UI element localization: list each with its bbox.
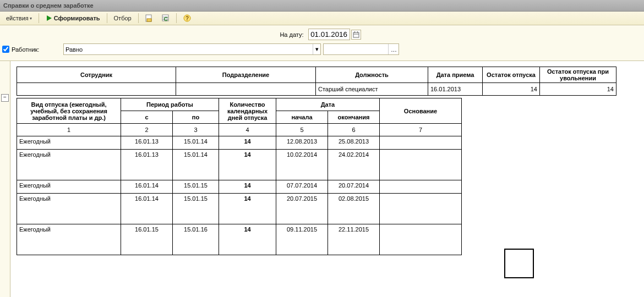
detail-table: Вид отпуска (ежегодный, учебный, без сох… <box>17 98 462 255</box>
colnum: 6 <box>328 124 380 136</box>
th-remainder-fire: Остаток отпуска при увольнении <box>540 67 616 83</box>
cell-kind: Ежегодный <box>17 194 121 224</box>
worker-label: Работник: <box>12 46 59 53</box>
actions-menu-button[interactable]: ействия▾ <box>2 13 36 24</box>
detail-row[interactable]: Ежегодный16.01.1415.01.151407.07.201420.… <box>17 180 462 194</box>
cell-start: 07.07.2014 <box>276 180 328 194</box>
sheet-icon <box>145 14 153 22</box>
cell-to: 15.01.14 <box>173 150 219 180</box>
th-end: окончания <box>328 111 380 124</box>
detail-row[interactable]: Ежегодный16.01.1315.01.141410.02.201424.… <box>17 150 462 180</box>
cell-end: 02.08.2015 <box>328 194 380 224</box>
cell-days: 14 <box>219 180 276 194</box>
colnum: 1 <box>17 124 121 136</box>
svg-rect-11 <box>357 31 358 33</box>
cell-basis <box>380 150 462 180</box>
calendar-icon[interactable] <box>351 30 361 40</box>
colnum: 4 <box>219 124 276 136</box>
window-title: Справки о среднем заработке <box>0 0 644 12</box>
cell-basis <box>380 180 462 194</box>
worker-checkbox[interactable] <box>2 46 9 53</box>
cell-department <box>176 83 316 96</box>
separator <box>39 13 39 23</box>
detail-row[interactable]: Ежегодный16.01.1515.01.161409.11.201522.… <box>17 224 462 255</box>
cell-from: 16.01.13 <box>121 136 173 150</box>
cell-start: 10.02.2014 <box>276 150 328 180</box>
cell-kind: Ежегодный <box>17 224 121 255</box>
detail-row[interactable]: Ежегодный16.01.1315.01.141412.08.201325.… <box>17 136 462 150</box>
cell-end: 25.08.2013 <box>328 136 380 150</box>
compare-value: Равно <box>66 46 83 53</box>
th-start: начала <box>276 111 328 124</box>
th-position: Должность <box>316 67 428 83</box>
cell-from: 16.01.14 <box>121 194 173 224</box>
cell-employee <box>17 83 176 96</box>
dropdown-icon: ▾ <box>313 44 319 54</box>
th-from: с <box>121 111 173 124</box>
cell-kind: Ежегодный <box>17 136 121 150</box>
ellipsis-icon: … <box>388 44 397 54</box>
detail-row[interactable]: Ежегодный16.01.1415.01.151420.07.201502.… <box>17 194 462 224</box>
help-button[interactable]: ? <box>179 13 195 24</box>
th-date: Дата <box>276 98 380 111</box>
dropdown-icon: ▾ <box>30 16 32 21</box>
play-icon <box>46 15 52 21</box>
separator <box>176 13 177 23</box>
th-period: Период работы <box>121 98 219 111</box>
cell-basis <box>380 224 462 255</box>
separator <box>138 13 139 23</box>
worker-select[interactable]: … <box>323 43 399 55</box>
svg-rect-8 <box>353 32 359 37</box>
toolbar: ействия▾ Сформировать Отбор ? <box>0 12 644 25</box>
cell-end: 20.07.2014 <box>328 180 380 194</box>
colnum: 3 <box>173 124 219 136</box>
date-label: На дату: <box>280 31 303 38</box>
filter-button[interactable]: Отбор <box>110 13 135 24</box>
cell-remainder: 14 <box>483 83 540 96</box>
cell-start: 12.08.2013 <box>276 136 328 150</box>
actions-label: ействия <box>6 15 29 21</box>
summary-table: Сотрудник Подразделение Должность Дата п… <box>17 67 616 96</box>
cell-kind: Ежегодный <box>17 150 121 180</box>
cell-start: 20.07.2015 <box>276 194 328 224</box>
form-label: Сформировать <box>54 15 100 21</box>
cell-start: 09.11.2015 <box>276 224 328 255</box>
cell-basis <box>380 136 462 150</box>
collapse-toggle[interactable]: − <box>1 94 9 102</box>
cell-days: 14 <box>219 150 276 180</box>
compare-select[interactable]: Равно ▾ <box>63 43 321 55</box>
tool-button-1[interactable] <box>141 13 157 24</box>
cell-to: 15.01.16 <box>173 224 219 255</box>
svg-rect-2 <box>147 19 151 21</box>
th-kind: Вид отпуска (ежегодный, учебный, без сох… <box>17 98 121 124</box>
cell-remainder-fire: 14 <box>540 83 616 96</box>
cell-from: 16.01.14 <box>121 180 173 194</box>
selection-box <box>504 249 534 278</box>
help-icon: ? <box>183 14 191 22</box>
colnum: 7 <box>380 124 462 136</box>
cell-days: 14 <box>219 224 276 255</box>
cell-kind: Ежегодный <box>17 180 121 194</box>
report-area: − Сотрудник Подразделение Должность Дата… <box>0 61 644 297</box>
cell-to: 15.01.14 <box>173 136 219 150</box>
outline-gutter: − <box>0 61 10 297</box>
th-days: Количество календарных дней отпуска <box>219 98 276 124</box>
date-input[interactable] <box>308 29 350 40</box>
summary-row[interactable]: Старший специалист 16.01.2013 14 14 <box>17 83 616 96</box>
th-department: Подразделение <box>176 67 316 83</box>
filter-panel: На дату: Работник: Равно ▾ … <box>0 25 644 61</box>
th-remainder: Остаток отпуска <box>483 67 540 83</box>
cell-end: 22.11.2015 <box>328 224 380 255</box>
th-employee: Сотрудник <box>17 67 176 83</box>
cell-position: Старший специалист <box>316 83 428 96</box>
th-basis: Основание <box>380 98 462 124</box>
colnum: 2 <box>121 124 173 136</box>
cell-from: 16.01.15 <box>121 224 173 255</box>
cell-hire: 16.01.2013 <box>428 83 483 96</box>
tool-button-2[interactable] <box>158 13 173 24</box>
cell-to: 15.01.15 <box>173 180 219 194</box>
form-button[interactable]: Сформировать <box>42 13 104 24</box>
colnum: 5 <box>276 124 328 136</box>
cell-to: 15.01.15 <box>173 194 219 224</box>
svg-rect-10 <box>354 31 355 33</box>
